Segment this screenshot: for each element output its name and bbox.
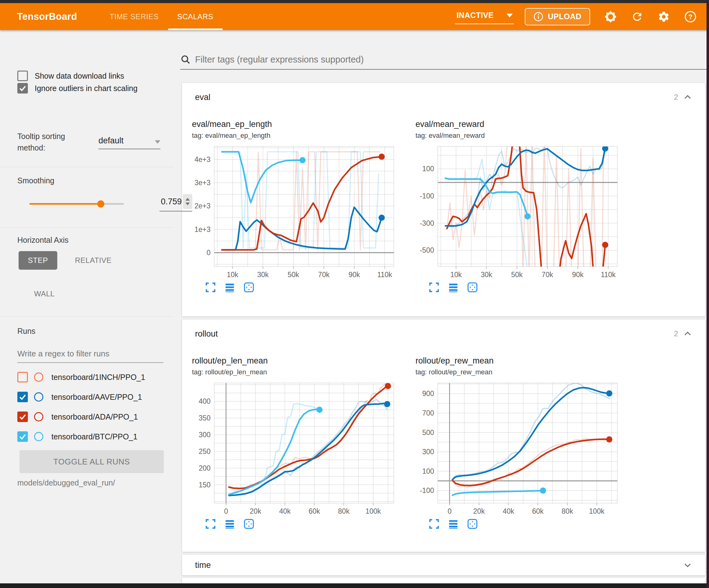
x-tick-label: 90k	[572, 271, 584, 279]
y-tick-label: 200	[199, 464, 211, 472]
data-lines-icon[interactable]	[448, 282, 459, 293]
x-tick-label: 10k	[450, 271, 462, 279]
series-line	[453, 383, 609, 479]
tab-time-series[interactable]: TIME SERIES	[100, 3, 168, 30]
maximize-card-icon[interactable]	[205, 518, 216, 530]
chart-title: rollout/ep_rew_mean	[416, 356, 639, 366]
series-line	[453, 388, 609, 480]
ignore-outliers-row[interactable]: Ignore outliers in chart scaling	[17, 83, 137, 94]
y-tick-label: 250	[199, 448, 211, 456]
number-spinner[interactable]	[183, 194, 192, 209]
series-line	[229, 409, 319, 494]
chart-plot[interactable]: 10k30k50k70k90k110k01e+32e+33e+34e+3	[192, 143, 396, 281]
tooltip-sorting-select[interactable]: default	[99, 136, 160, 149]
chart-plot[interactable]: 10k30k50k70k90k110k100-100-300-500	[416, 143, 620, 281]
chevron-down-icon	[506, 14, 513, 17]
upload-button-label: UPLOAD	[548, 12, 581, 21]
run-color-circle[interactable]	[34, 392, 43, 402]
maximize-card-icon[interactable]	[205, 282, 216, 293]
dashboard-main: Filter tags (regular expressions support…	[174, 30, 709, 583]
section-header-rollout[interactable]: rollout 2	[182, 319, 705, 348]
series-line	[229, 404, 319, 495]
data-lines-icon[interactable]	[224, 518, 235, 530]
x-tick-label: 80k	[561, 507, 573, 515]
smoothing-value-box[interactable]: 0.759	[159, 194, 192, 211]
toggle-all-runs-button[interactable]: TOGGLE ALL RUNS	[20, 450, 164, 473]
x-tick-label: 70k	[318, 271, 330, 279]
checkbox-checked[interactable]	[17, 83, 28, 94]
chart-plot[interactable]: 020k40k60k80k100k-100100300500700900	[416, 380, 620, 518]
run-checkbox-checked[interactable]	[17, 392, 28, 402]
fit-domain-icon[interactable]	[467, 282, 478, 293]
run-color-circle[interactable]	[34, 412, 43, 421]
settings-gear-icon[interactable]	[658, 10, 670, 23]
y-tick-label: -100	[420, 486, 434, 494]
run-checkbox-checked[interactable]	[17, 431, 28, 442]
fit-domain-icon[interactable]	[243, 282, 255, 293]
maximize-card-icon[interactable]	[428, 518, 440, 530]
upload-button[interactable]: UPLOAD	[525, 8, 590, 25]
help-icon[interactable]: ?	[684, 10, 697, 23]
y-tick-label: 500	[422, 429, 434, 437]
show-download-links-row[interactable]: Show data download links	[17, 71, 124, 81]
axis-wall-button[interactable]: WALL	[25, 285, 64, 303]
spinner-up-icon[interactable]	[185, 198, 190, 201]
chevron-up-icon[interactable]	[683, 329, 692, 338]
axis-step-button[interactable]: STEP	[19, 251, 57, 270]
section-title: rollout	[195, 329, 218, 339]
chart-title: eval/mean_ep_length	[192, 120, 416, 129]
x-tick-label: 40k	[279, 507, 291, 515]
data-lines-icon[interactable]	[448, 518, 459, 530]
checkbox-unchecked[interactable]	[17, 71, 28, 81]
fit-domain-icon[interactable]	[467, 518, 478, 530]
refresh-icon[interactable]	[631, 10, 644, 23]
tag-filter-placeholder: Filter tags (regular expressions support…	[195, 54, 364, 65]
runs-label: Runs	[17, 327, 35, 336]
run-checkbox-checked[interactable]	[17, 411, 28, 422]
section-header-time[interactable]: time	[182, 555, 705, 575]
smoothing-value: 0.759	[159, 197, 182, 207]
x-tick-label: 70k	[542, 271, 553, 279]
x-tick-label: 0	[224, 507, 228, 515]
run-checkbox-unchecked[interactable]	[17, 372, 28, 382]
axis-relative-button[interactable]: RELATIVE	[65, 251, 121, 270]
series-end-dot	[384, 401, 390, 407]
y-tick-label: 700	[422, 409, 434, 417]
run-row-AAVE[interactable]: tensorboard/AAVE/PPO_1	[17, 389, 142, 404]
run-color-circle[interactable]	[34, 373, 43, 382]
series-line	[229, 404, 387, 496]
svg-text:?: ?	[688, 13, 692, 21]
series-end-dot	[379, 214, 385, 221]
run-row-BTC[interactable]: tensorboard/BTC/PPO_1	[17, 429, 137, 444]
x-tick-label: 50k	[511, 271, 523, 279]
runs-filter-input[interactable]: Write a regex to filter runs	[17, 349, 163, 363]
fit-domain-icon[interactable]	[243, 518, 255, 530]
chart-plot[interactable]: 020k40k60k80k100k150200250300350400	[192, 380, 396, 518]
tab-scalars[interactable]: SCALARS	[168, 3, 222, 30]
maximize-card-icon[interactable]	[428, 282, 440, 293]
charts-row-rollout: rollout/ep_len_meantag: rollout/ep_len_m…	[182, 348, 705, 530]
run-row-ADA[interactable]: tensorboard/ADA/PPO_1	[17, 409, 138, 424]
series-line	[222, 207, 382, 250]
data-lines-icon[interactable]	[224, 282, 235, 293]
chevron-up-icon[interactable]	[683, 93, 692, 102]
slider-thumb[interactable]	[97, 200, 104, 207]
section-count: 2	[674, 329, 678, 338]
run-color-circle[interactable]	[34, 432, 43, 441]
y-tick-label: 1e+3	[194, 225, 211, 233]
spinner-down-icon[interactable]	[185, 203, 190, 205]
chevron-down-icon[interactable]	[683, 560, 692, 570]
x-tick-label: 30k	[257, 271, 269, 279]
run-row-1INCH[interactable]: tensorboard/1INCH/PPO_1	[17, 370, 145, 385]
run-name: tensorboard/ADA/PPO_1	[51, 412, 138, 421]
x-tick-label: 100k	[366, 507, 381, 515]
checkbox-label: Ignore outliers in chart scaling	[35, 84, 137, 93]
slider-track[interactable]	[29, 203, 124, 205]
section-header-eval[interactable]: eval 2	[182, 83, 705, 111]
status-dropdown[interactable]: INACTIVE	[455, 9, 514, 24]
brightness-icon[interactable]	[604, 10, 617, 23]
smoothing-slider[interactable]: 0.759	[29, 199, 159, 208]
chart-tag: tag: eval/mean_reward	[416, 132, 639, 139]
tag-filter-input[interactable]: Filter tags (regular expressions support…	[180, 54, 709, 70]
y-tick-label: 4e+3	[194, 155, 211, 163]
